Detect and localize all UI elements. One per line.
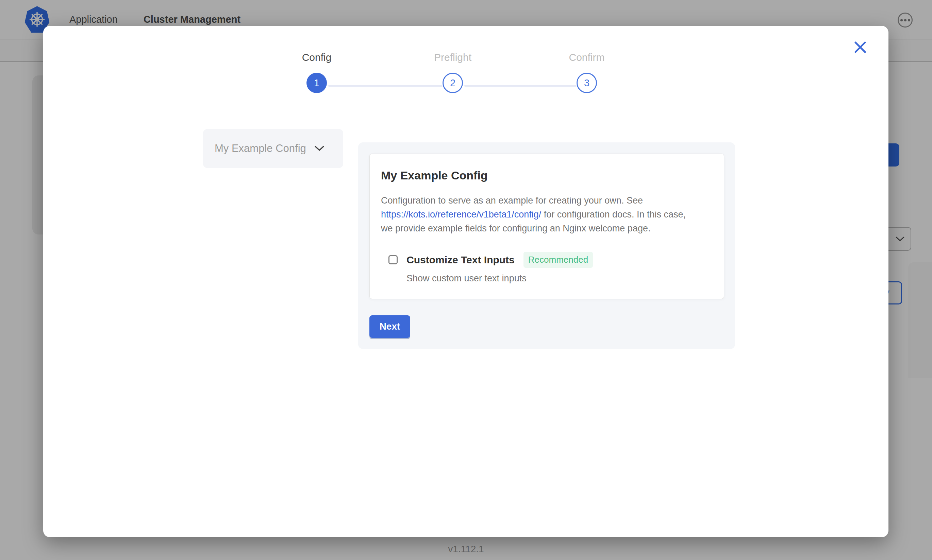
recommended-badge: Recommended bbox=[523, 252, 593, 268]
config-title: My Example Config bbox=[381, 169, 710, 182]
config-doc-link[interactable]: https://kots.io/reference/v1beta1/config… bbox=[381, 209, 541, 220]
config-wizard-modal: Config 1 Preflight 2 Confirm 3 My Exampl… bbox=[43, 26, 889, 537]
customize-text-inputs-checkbox[interactable] bbox=[389, 255, 398, 265]
config-description: Configuration to serve as an example for… bbox=[381, 194, 710, 235]
config-panel: My Example Config Configuration to serve… bbox=[358, 142, 735, 349]
checkbox-label[interactable]: Customize Text Inputs bbox=[406, 254, 515, 266]
description-part3: we provide example fields for configurin… bbox=[381, 223, 650, 234]
step-circle-2[interactable]: 2 bbox=[443, 73, 463, 93]
config-group-label: My Example Config bbox=[214, 142, 306, 155]
step-circle-1[interactable]: 1 bbox=[307, 73, 327, 93]
step-circle-3[interactable]: 3 bbox=[577, 73, 597, 93]
step-label: Config bbox=[276, 52, 358, 63]
step-preflight: Preflight 2 bbox=[412, 52, 494, 93]
checkbox-help-text: Show custom user text inputs bbox=[406, 273, 710, 284]
config-card: My Example Config Configuration to serve… bbox=[369, 154, 724, 299]
chevron-down-icon bbox=[314, 145, 324, 152]
step-label: Preflight bbox=[412, 52, 494, 63]
step-confirm: Confirm 3 bbox=[546, 52, 628, 93]
customize-text-inputs-row: Customize Text Inputs Recommended bbox=[389, 252, 710, 268]
description-part2: for configuration docs. In this case, bbox=[544, 209, 686, 220]
config-group-selector[interactable]: My Example Config bbox=[203, 129, 343, 168]
next-button[interactable]: Next bbox=[369, 315, 410, 338]
wizard-stepper: Config 1 Preflight 2 Confirm 3 bbox=[43, 26, 889, 108]
step-label: Confirm bbox=[546, 52, 628, 63]
description-part1: Configuration to serve as an example for… bbox=[381, 195, 643, 206]
step-config: Config 1 bbox=[276, 52, 358, 93]
